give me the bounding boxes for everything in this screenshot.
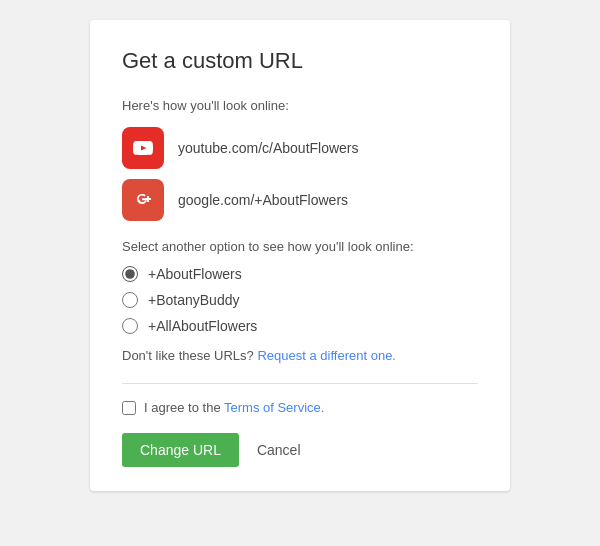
radio-label-1[interactable]: +AboutFlowers bbox=[148, 266, 242, 282]
gplus-icon bbox=[122, 179, 164, 221]
radio-item-2[interactable]: +BotanyBuddy bbox=[122, 292, 478, 308]
divider bbox=[122, 383, 478, 384]
radio-label-2[interactable]: +BotanyBuddy bbox=[148, 292, 239, 308]
tos-link[interactable]: Terms of Service. bbox=[224, 400, 324, 415]
radio-item-3[interactable]: +AllAboutFlowers bbox=[122, 318, 478, 334]
button-row: Change URL Cancel bbox=[122, 433, 478, 467]
radio-label-3[interactable]: +AllAboutFlowers bbox=[148, 318, 257, 334]
radio-option-3[interactable] bbox=[122, 318, 138, 334]
change-url-button[interactable]: Change URL bbox=[122, 433, 239, 467]
cancel-button[interactable]: Cancel bbox=[253, 433, 305, 467]
gplus-url-row: google.com/+AboutFlowers bbox=[122, 179, 478, 221]
radio-option-2[interactable] bbox=[122, 292, 138, 308]
youtube-icon bbox=[122, 127, 164, 169]
youtube-url-text: youtube.com/c/AboutFlowers bbox=[178, 140, 359, 156]
different-url-text: Don't like these URLs? Request a differe… bbox=[122, 348, 478, 363]
dialog-container: Get a custom URL Here's how you'll look … bbox=[90, 20, 510, 491]
request-different-link[interactable]: Request a different one. bbox=[257, 348, 396, 363]
online-look-label: Here's how you'll look online: bbox=[122, 98, 478, 113]
tos-label[interactable]: I agree to the Terms of Service. bbox=[144, 400, 324, 415]
radio-option-1[interactable] bbox=[122, 266, 138, 282]
tos-row: I agree to the Terms of Service. bbox=[122, 400, 478, 415]
url-radio-group: +AboutFlowers +BotanyBuddy +AllAboutFlow… bbox=[122, 266, 478, 334]
gplus-url-text: google.com/+AboutFlowers bbox=[178, 192, 348, 208]
tos-checkbox[interactable] bbox=[122, 401, 136, 415]
radio-item-1[interactable]: +AboutFlowers bbox=[122, 266, 478, 282]
dialog-title: Get a custom URL bbox=[122, 48, 478, 74]
youtube-url-row: youtube.com/c/AboutFlowers bbox=[122, 127, 478, 169]
select-option-label: Select another option to see how you'll … bbox=[122, 239, 478, 254]
